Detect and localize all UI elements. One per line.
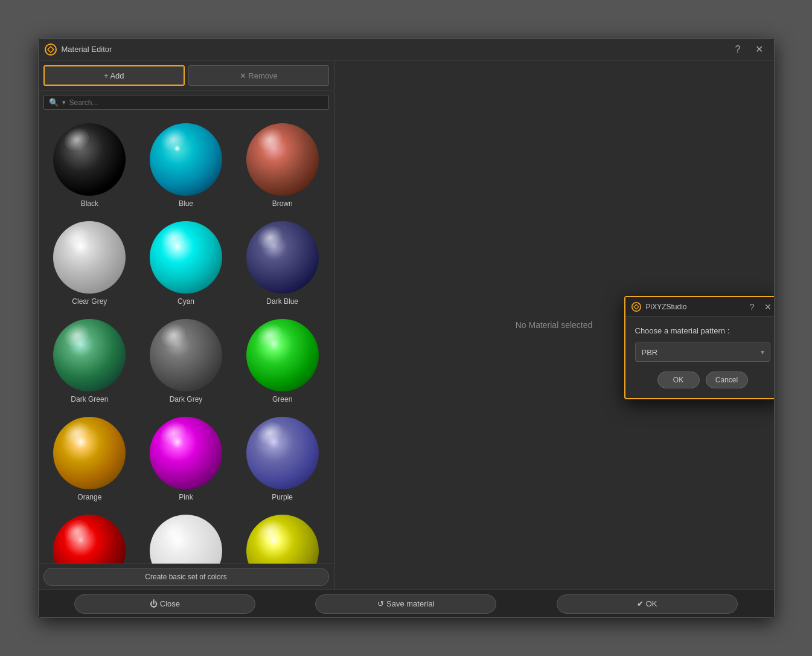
- material-item-pink[interactable]: Pink: [141, 413, 231, 505]
- dialog-actions: OK Cancel: [635, 371, 770, 388]
- material-item-green[interactable]: Green: [237, 315, 328, 407]
- add-button[interactable]: + Add: [43, 65, 185, 86]
- material-item-white[interactable]: White: [141, 511, 231, 564]
- window-title: Material Editor: [62, 45, 726, 54]
- material-label-orange: Orange: [77, 493, 101, 501]
- material-label-darkblue: Dark Blue: [266, 297, 298, 306]
- material-item-darkgreen[interactable]: Dark Green: [45, 315, 135, 407]
- dialog-help-button[interactable]: ?: [747, 301, 757, 313]
- dialog-close-button[interactable]: ✕: [762, 301, 774, 313]
- search-icon: 🔍: [49, 98, 59, 107]
- material-item-cyan[interactable]: Cyan: [141, 217, 231, 309]
- title-bar: Material Editor ? ✕: [39, 39, 774, 60]
- material-sphere-orange: [53, 417, 126, 489]
- material-label-darkgreen: Dark Green: [71, 395, 108, 404]
- material-item-red[interactable]: Red: [45, 511, 135, 564]
- svg-point-0: [45, 44, 56, 55]
- dialog-ok-button[interactable]: OK: [657, 371, 700, 388]
- material-label-purple: Purple: [272, 493, 293, 501]
- material-item-purple[interactable]: Purple: [237, 413, 328, 505]
- material-sphere-cyan: [150, 221, 222, 294]
- material-pattern-select[interactable]: PBRUnlitStandard: [635, 342, 770, 362]
- material-sphere-yellow: [246, 515, 319, 564]
- material-item-cleargrey[interactable]: Clear Grey: [45, 217, 135, 309]
- material-label-black: Black: [81, 199, 98, 208]
- material-label-brown: Brown: [272, 199, 293, 208]
- app-logo-icon: [45, 43, 57, 56]
- material-sphere-darkgrey: [150, 319, 222, 391]
- material-sphere-white: [150, 515, 222, 564]
- material-sphere-purple: [246, 417, 319, 489]
- right-panel: No Material selected PiXYZStudio ? ✕ Cho…: [334, 60, 774, 590]
- material-label-pink: Pink: [179, 493, 193, 501]
- material-item-darkblue[interactable]: Dark Blue: [237, 217, 328, 309]
- dialog-cancel-button[interactable]: Cancel: [706, 371, 748, 388]
- material-sphere-red: [53, 515, 126, 564]
- material-item-blue[interactable]: Blue: [141, 120, 231, 211]
- help-button[interactable]: ?: [730, 43, 746, 56]
- material-item-brown[interactable]: Brown: [237, 120, 328, 211]
- dialog-select-wrap: PBRUnlitStandard ▾: [635, 342, 770, 362]
- material-label-cyan: Cyan: [177, 297, 194, 306]
- no-material-label: No Material selected: [516, 320, 593, 330]
- remove-button[interactable]: ✕ Remove: [188, 65, 329, 86]
- material-sphere-pink: [150, 417, 222, 489]
- material-sphere-black: [53, 123, 126, 196]
- footer: ⏻ Close ↺ Save material ✔ OK: [39, 590, 774, 617]
- main-content: + Add ✕ Remove 🔍 ▾ BlackBlueBrownClear G…: [39, 60, 774, 590]
- search-input[interactable]: [69, 98, 324, 107]
- material-sphere-darkblue: [246, 221, 319, 294]
- dialog-prompt: Choose a material pattern :: [635, 326, 770, 335]
- materials-grid-inner: BlackBlueBrownClear GreyCyanDark BlueDar…: [45, 120, 328, 564]
- material-sphere-brown: [246, 123, 319, 196]
- material-sphere-blue: [150, 123, 222, 196]
- material-sphere-cleargrey: [53, 221, 126, 294]
- close-button[interactable]: ⏻ Close: [74, 594, 255, 614]
- toolbar: + Add ✕ Remove: [39, 60, 334, 91]
- material-item-orange[interactable]: Orange: [45, 413, 135, 505]
- material-item-darkgrey[interactable]: Dark Grey: [141, 315, 231, 407]
- material-item-black[interactable]: Black: [45, 120, 135, 211]
- material-pattern-dialog: PiXYZStudio ? ✕ Choose a material patter…: [624, 296, 774, 399]
- material-editor-window: Material Editor ? ✕ + Add ✕ Remove 🔍 ▾ B…: [38, 38, 775, 618]
- ok-button[interactable]: ✔ OK: [557, 594, 738, 614]
- save-material-button[interactable]: ↺ Save material: [315, 594, 496, 614]
- material-sphere-green: [246, 319, 319, 391]
- dialog-title-bar: PiXYZStudio ? ✕: [625, 297, 774, 317]
- filter-icon: ▾: [62, 98, 66, 106]
- dialog-logo-icon: [631, 302, 641, 312]
- material-sphere-darkgreen: [53, 319, 126, 391]
- material-label-green: Green: [272, 395, 292, 404]
- dialog-body: Choose a material pattern : PBRUnlitStan…: [625, 317, 774, 398]
- search-bar: 🔍 ▾: [43, 95, 329, 110]
- left-panel: + Add ✕ Remove 🔍 ▾ BlackBlueBrownClear G…: [39, 60, 334, 590]
- svg-point-1: [631, 302, 640, 310]
- create-basic-button[interactable]: Create basic set of colors: [43, 568, 329, 586]
- window-close-button[interactable]: ✕: [750, 43, 768, 56]
- materials-grid: BlackBlueBrownClear GreyCyanDark BlueDar…: [39, 114, 334, 564]
- material-label-blue: Blue: [179, 199, 193, 208]
- material-label-darkgrey: Dark Grey: [170, 395, 203, 404]
- dialog-title: PiXYZStudio: [646, 303, 743, 311]
- material-label-cleargrey: Clear Grey: [72, 297, 107, 306]
- material-item-yellow[interactable]: Yellow: [237, 511, 328, 564]
- bottom-bar: Create basic set of colors: [39, 564, 334, 590]
